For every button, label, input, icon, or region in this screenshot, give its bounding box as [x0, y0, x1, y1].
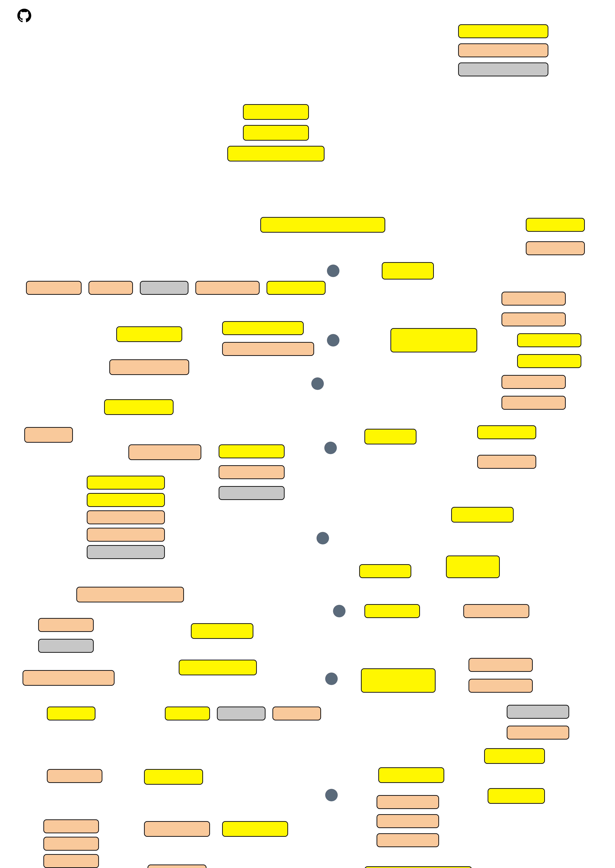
spine-dot: [333, 605, 345, 617]
heimdall-node: [376, 833, 439, 847]
relational-node: [116, 326, 182, 342]
loggly-node: [38, 639, 94, 653]
melody-node: [468, 658, 533, 672]
sqlserver-node: [26, 281, 81, 295]
gqlgen-node: [507, 726, 569, 740]
revel-node: [501, 396, 566, 410]
spine-dot: [325, 673, 338, 685]
gcache-node: [359, 564, 411, 578]
legend-poss: [458, 63, 548, 77]
rtc-node: [361, 668, 435, 693]
urfave-node: [526, 241, 585, 255]
api-clients-node: [378, 767, 444, 783]
echo-node: [517, 333, 581, 347]
gomemcache-node: [463, 604, 529, 618]
cosmos-node: [222, 321, 304, 335]
goredis-node: [364, 604, 420, 618]
logrus-node: [272, 707, 321, 721]
genteiman-node: [376, 795, 439, 809]
assertion-node: [148, 865, 206, 868]
nosql-node: [24, 427, 73, 443]
sentry-node: [38, 618, 94, 632]
beego-node: [501, 292, 566, 305]
good-libs-node: [364, 866, 472, 868]
postgres-node: [267, 281, 326, 295]
dynamodb-node: [222, 342, 314, 356]
graphql-node: [484, 748, 545, 764]
logging-node: [191, 623, 253, 639]
spine-dot: [327, 334, 339, 347]
clouddb-node: [109, 359, 189, 375]
go-node: [243, 104, 309, 120]
go-modules-node: [243, 125, 309, 141]
sphinx-node: [219, 486, 285, 500]
spine-dot: [325, 789, 338, 801]
gorm-node: [477, 425, 536, 439]
sql-fundamentals-node: [227, 146, 325, 161]
webfw-node: [390, 328, 477, 352]
testing-frameworks-node: [144, 821, 210, 837]
grequests-node: [376, 814, 439, 828]
mariadb-node: [140, 281, 189, 295]
dist-tracing-node: [23, 670, 114, 686]
dist-cache-node: [446, 555, 500, 578]
unit-testing-node: [222, 821, 288, 837]
mysql-node: [89, 281, 133, 295]
mongodb-node: [87, 475, 165, 490]
cobra-node: [526, 218, 585, 232]
mocking-node: [144, 769, 203, 785]
ginkgo-node: [44, 837, 99, 851]
redis-node: [87, 493, 165, 507]
elastic-node: [219, 444, 285, 458]
search-engines-node: [128, 444, 201, 460]
fiber-node: [517, 354, 581, 368]
zerolog-node: [217, 707, 265, 721]
jaeger-node: [47, 707, 95, 721]
chi-node: [501, 313, 566, 326]
caching-node: [451, 507, 514, 522]
github-icon: [17, 9, 31, 23]
spine-dot: [311, 377, 324, 390]
gomega-node: [44, 854, 99, 868]
legend-personal: [458, 24, 548, 38]
cli-node: [382, 262, 434, 280]
spine-dot: [327, 264, 339, 277]
gin-node: [501, 375, 566, 389]
log-mgmt-node: [76, 587, 184, 602]
spine-dot: [324, 442, 337, 454]
general-dev-skills-node: [260, 217, 385, 233]
databases-node: [104, 399, 173, 415]
couchdb-node: [87, 545, 165, 559]
spine-dot: [317, 532, 329, 544]
ravendb-node: [87, 528, 165, 542]
cockroach-node: [195, 281, 260, 295]
solr-node: [219, 465, 285, 479]
rest-node: [488, 788, 545, 804]
legend-good: [458, 44, 548, 57]
zap-node: [165, 707, 210, 721]
testify-node: [44, 820, 99, 833]
cassandra-node: [87, 510, 165, 524]
xorm-node: [477, 455, 536, 469]
gomock-node: [47, 769, 102, 783]
orms-node: [364, 429, 417, 444]
graphql-go-node: [507, 705, 569, 719]
centrifugo-node: [468, 679, 533, 693]
log-frameworks-node: [179, 660, 257, 675]
